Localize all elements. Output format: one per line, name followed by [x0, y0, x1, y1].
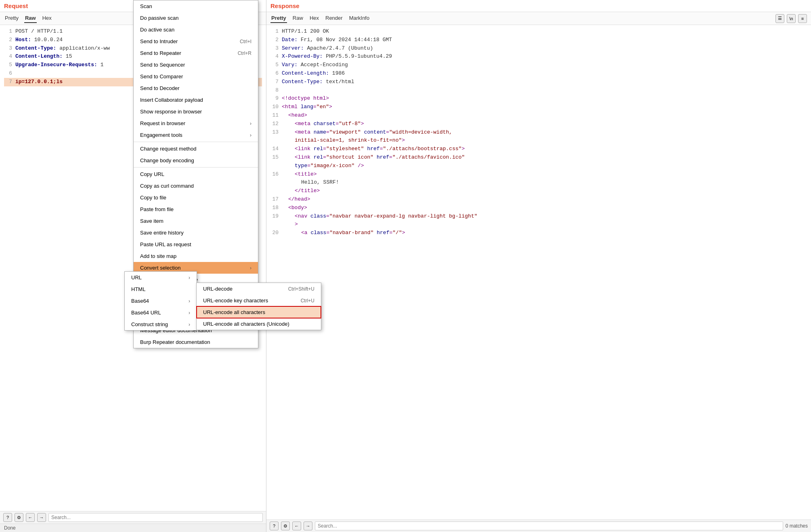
response-tabs: Pretty Raw Hex Render MarkInfo ☰ \n ≡ [266, 12, 811, 25]
menu-active-scan[interactable]: Do active scan [134, 24, 258, 36]
help-icon-req[interactable]: ? [3, 513, 12, 522]
resp-line-10: 10<html lang="en"> [270, 103, 807, 111]
resp-line-1: 1HTTP/1.1 200 OK [270, 27, 807, 36]
tab-hex-resp[interactable]: Hex [309, 14, 320, 23]
resp-line-16c: </title> [270, 187, 807, 195]
menu-engagement-tools[interactable]: Engagement tools› [134, 129, 258, 141]
menu-paste-url[interactable]: Paste URL as request [134, 239, 258, 250]
resp-line-11: 11<head> [270, 111, 807, 120]
resp-line-7: 7Content-Type: text/html [270, 78, 807, 86]
resp-icon-more[interactable]: ≡ [798, 14, 807, 23]
menu-collaborator[interactable]: Insert Collaborator payload [134, 94, 258, 106]
submenu-html[interactable]: HTML [125, 283, 197, 295]
resp-line-17: 17</head> [270, 195, 807, 204]
settings-icon-req[interactable]: ⚙ [15, 513, 23, 522]
resp-line-19: 19<nav class="navbar navbar-expand-lg na… [270, 212, 807, 221]
submenu-base64url[interactable]: Base64 URL› [125, 307, 197, 318]
resp-line-13: 13<meta name="viewport" content="width=d… [270, 128, 807, 137]
menu-send-decoder[interactable]: Send to Decoder [134, 82, 258, 94]
submenu-url-options: URL-decodeCtrl+Shift+U URL-encode key ch… [196, 283, 321, 330]
menu-save-history[interactable]: Save entire history [134, 227, 258, 239]
separator-1 [134, 142, 258, 142]
resp-line-9: 9<!doctype html> [270, 94, 807, 103]
menu-change-encoding[interactable]: Change body encoding [134, 155, 258, 166]
menu-send-sequencer[interactable]: Send to Sequencer [134, 59, 258, 71]
menu-copy-url[interactable]: Copy URL [134, 168, 258, 180]
menu-send-repeater[interactable]: Send to RepeaterCtrl+R [134, 47, 258, 59]
menu-send-intruder[interactable]: Send to IntruderCtrl+I [134, 36, 258, 47]
resp-line-6: 6Content-Length: 1986 [270, 69, 807, 78]
response-toolbar: ? ⚙ ← → 0 matches [266, 519, 811, 532]
request-panel: Request Pretty Raw Hex 1POST / HTTP/1.1 … [0, 0, 266, 532]
request-bottom-bar: ? ⚙ ← → [0, 511, 266, 524]
forward-icon-resp[interactable]: → [304, 522, 312, 530]
resp-line-20: 20<a class="navbar-brand" href="/"> [270, 229, 807, 237]
submenu-url[interactable]: URL› [125, 272, 197, 283]
tab-pretty-req[interactable]: Pretty [4, 14, 19, 23]
menu-send-comparer[interactable]: Send to Comparer [134, 71, 258, 82]
settings-icon-resp[interactable]: ⚙ [281, 522, 290, 530]
resp-line-5: 5Vary: Accept-Encoding [270, 61, 807, 69]
back-icon-resp[interactable]: ← [292, 522, 301, 530]
resp-line-13b: initial-scale=1, shrink-to-fit=no"> [270, 136, 807, 145]
submenu-base64[interactable]: Base64› [125, 295, 197, 307]
menu-change-method[interactable]: Change request method [134, 143, 258, 155]
status-bar-req: Done [0, 524, 266, 532]
submenu-url-decode[interactable]: URL-decodeCtrl+Shift+U [197, 283, 321, 295]
resp-icon-list[interactable]: ☰ [775, 14, 784, 23]
resp-line-12: 12<meta charset="utf-8"> [270, 120, 807, 128]
tab-raw-req[interactable]: Raw [24, 14, 37, 23]
resp-line-16: 16<title> [270, 170, 807, 179]
response-panel: Response Pretty Raw Hex Render MarkInfo … [266, 0, 811, 532]
menu-show-response[interactable]: Show response in browser [134, 106, 258, 117]
tab-pretty-resp[interactable]: Pretty [270, 14, 287, 23]
search-input-req[interactable] [48, 513, 263, 522]
submenu-url-encode-all[interactable]: URL-encode all characters [197, 306, 321, 318]
resp-line-19b: > [270, 220, 807, 229]
resp-line-2: 2Date: Fri, 08 Nov 2024 14:44:18 GMT [270, 36, 807, 44]
resp-line-3: 3Server: Apache/2.4.7 (Ubuntu) [270, 44, 807, 53]
submenu-construct-string[interactable]: Construct string› [125, 318, 197, 330]
tab-render-resp[interactable]: Render [325, 14, 344, 23]
resp-line-14: 14<link rel="stylesheet" href="./attachs… [270, 145, 807, 153]
resp-line-16b: Hello, SSRF! [270, 178, 807, 187]
resp-line-8: 8 [270, 86, 807, 95]
search-input-resp[interactable] [315, 522, 783, 530]
resp-line-15: 15<link rel="shortcut icon" href="./atta… [270, 153, 807, 162]
resp-line-4: 4X-Powered-By: PHP/5.5.9-1ubuntu4.29 [270, 52, 807, 61]
resp-icon-wrap[interactable]: \n [787, 14, 796, 23]
tab-markinfo-resp[interactable]: MarkInfo [348, 14, 371, 23]
submenu-url-encode-all-unicode[interactable]: URL-encode all characters (Unicode) [197, 318, 321, 330]
tab-hex-req[interactable]: Hex [42, 14, 52, 23]
main-container: Request Pretty Raw Hex 1POST / HTTP/1.1 … [0, 0, 811, 532]
submenu-url-encode-key[interactable]: URL-encode key charactersCtrl+U [197, 295, 321, 306]
match-count: 0 matches [786, 523, 808, 529]
submenu-convert: URL› HTML Base64› Base64 URL› Construct … [124, 271, 197, 331]
menu-request-browser[interactable]: Request in browser› [134, 117, 258, 129]
menu-save-item[interactable]: Save item [134, 215, 258, 227]
separator-2 [134, 167, 258, 168]
resp-line-15b: type="image/x-icon" /> [270, 162, 807, 170]
help-icon-resp[interactable]: ? [270, 522, 279, 530]
menu-paste-file[interactable]: Paste from file [134, 203, 258, 215]
response-header: Response [266, 0, 811, 12]
menu-passive-scan[interactable]: Do passive scan [134, 12, 258, 24]
tab-raw-resp[interactable]: Raw [292, 14, 304, 23]
menu-scan[interactable]: Scan [134, 0, 258, 12]
back-icon-req[interactable]: ← [26, 513, 35, 522]
menu-repeater-docs[interactable]: Burp Repeater documentation [134, 336, 258, 348]
menu-add-sitemap[interactable]: Add to site map [134, 250, 258, 262]
resp-line-18: 18<body> [270, 204, 807, 212]
menu-copy-file[interactable]: Copy to file [134, 192, 258, 203]
response-content: 1HTTP/1.1 200 OK 2Date: Fri, 08 Nov 2024… [266, 25, 811, 519]
menu-copy-curl[interactable]: Copy as curl command [134, 180, 258, 192]
forward-icon-req[interactable]: → [37, 513, 46, 522]
